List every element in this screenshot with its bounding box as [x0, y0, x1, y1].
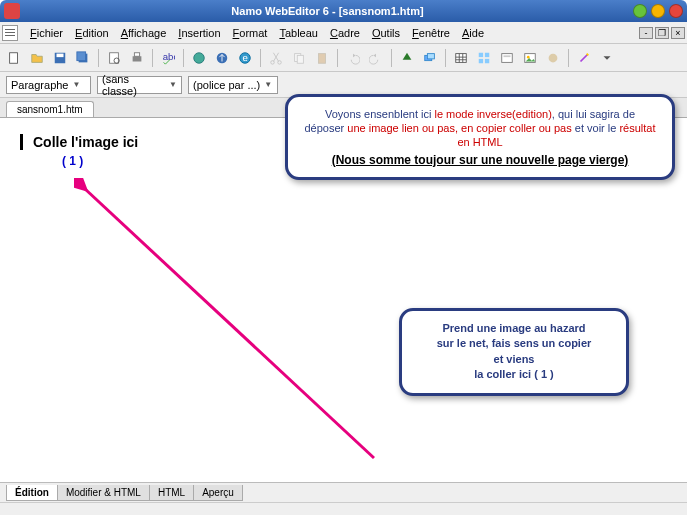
c1-line2: (Nous somme toujour sur une nouvelle pag… — [304, 153, 656, 167]
svg-rect-25 — [485, 58, 489, 62]
svg-point-14 — [271, 60, 275, 64]
svg-rect-0 — [10, 52, 18, 63]
menu-insertion[interactable]: Insertion — [172, 25, 226, 41]
copy-icon[interactable] — [289, 48, 309, 68]
svg-point-30 — [549, 53, 558, 62]
menu-outils[interactable]: Outils — [366, 25, 406, 41]
tab-edition[interactable]: Édition — [6, 485, 58, 501]
svg-rect-2 — [57, 53, 64, 57]
print-icon[interactable] — [127, 48, 147, 68]
annotation-arrow — [74, 178, 394, 478]
class-combo[interactable]: (sans classe)▼ — [97, 76, 182, 94]
image-icon[interactable] — [520, 48, 540, 68]
menu-toggle-icon[interactable] — [2, 25, 18, 41]
undo-icon[interactable] — [343, 48, 363, 68]
svg-rect-24 — [479, 58, 483, 62]
tree-icon[interactable] — [397, 48, 417, 68]
paragraph-combo[interactable]: Paragraphe▼ — [6, 76, 91, 94]
layers-icon[interactable] — [420, 48, 440, 68]
paste-icon[interactable] — [312, 48, 332, 68]
svg-point-29 — [527, 55, 530, 58]
class-label: (sans classe) — [102, 73, 165, 97]
menu-fenetre[interactable]: Fenêtre — [406, 25, 456, 41]
c1-d: une image lien ou pas, en copier coller … — [347, 122, 574, 134]
tab-html[interactable]: HTML — [149, 485, 194, 501]
svg-rect-21 — [456, 53, 467, 62]
ie-icon[interactable]: e — [235, 48, 255, 68]
toolbar-main: abc e — [0, 44, 687, 72]
menu-fichier[interactable]: Fichier — [24, 25, 69, 41]
svg-rect-17 — [297, 55, 303, 63]
mdi-close-icon[interactable]: × — [671, 27, 685, 39]
menu-aide[interactable]: Aide — [456, 25, 490, 41]
mdi-restore-icon[interactable]: ❐ — [655, 27, 669, 39]
mdi-controls: - ❐ × — [639, 27, 685, 39]
menubar: Fichier Edition Affichage Insertion Form… — [0, 22, 687, 44]
app-icon — [4, 3, 20, 19]
menu-tableau[interactable]: Tableau — [273, 25, 324, 41]
c1-b: le mode inverse(edition) — [434, 108, 551, 120]
c1-e: et voir le — [575, 122, 620, 134]
save-all-icon[interactable] — [73, 48, 93, 68]
svg-rect-4 — [77, 51, 86, 60]
svg-rect-23 — [485, 52, 489, 56]
c1-a: Voyons ensenblent ici — [325, 108, 434, 120]
c2-l3: et viens — [418, 352, 610, 367]
form-icon[interactable] — [497, 48, 517, 68]
close-button[interactable] — [669, 4, 683, 18]
spellcheck-icon[interactable]: abc — [158, 48, 178, 68]
svg-rect-8 — [134, 52, 139, 56]
wand-icon[interactable] — [574, 48, 594, 68]
publish-icon[interactable] — [212, 48, 232, 68]
svg-rect-20 — [427, 53, 434, 58]
menu-edition[interactable]: Edition — [69, 25, 115, 41]
cut-icon[interactable] — [266, 48, 286, 68]
redo-icon[interactable] — [366, 48, 386, 68]
open-icon[interactable] — [27, 48, 47, 68]
svg-rect-27 — [504, 55, 511, 57]
svg-rect-18 — [319, 53, 326, 63]
tab-apercu[interactable]: Aperçu — [193, 485, 243, 501]
editor-area[interactable]: Colle l'image ici ( 1 ) Voyons ensenblen… — [0, 118, 687, 482]
minimize-button[interactable] — [633, 4, 647, 18]
paragraph-label: Paragraphe — [11, 79, 69, 91]
window-title: Namo WebEditor 6 - [sansnom1.htm] — [26, 5, 629, 17]
font-combo[interactable]: (police par ...)▼ — [188, 76, 278, 94]
svg-text:e: e — [242, 51, 247, 62]
statusbar — [0, 502, 687, 515]
menu-affichage[interactable]: Affichage — [115, 25, 173, 41]
grid-icon[interactable] — [474, 48, 494, 68]
annotation-callout-2: Prend une image au hazard sur le net, fa… — [399, 308, 629, 396]
dropdown-icon[interactable] — [597, 48, 617, 68]
svg-rect-26 — [502, 53, 513, 62]
tab-modifier-html[interactable]: Modifier & HTML — [57, 485, 150, 501]
c2-l2: sur le net, fais sens un copier — [418, 336, 610, 351]
browser-icon[interactable] — [189, 48, 209, 68]
maximize-button[interactable] — [651, 4, 665, 18]
menu-cadre[interactable]: Cadre — [324, 25, 366, 41]
file-tab[interactable]: sansnom1.htm — [6, 101, 94, 117]
shape-icon[interactable] — [543, 48, 563, 68]
annotation-callout-1: Voyons ensenblent ici le mode inverse(ed… — [285, 94, 675, 180]
titlebar: Namo WebEditor 6 - [sansnom1.htm] — [0, 0, 687, 22]
c2-l1: Prend une image au hazard — [418, 321, 610, 336]
new-icon[interactable] — [4, 48, 24, 68]
print-preview-icon[interactable] — [104, 48, 124, 68]
menu-format[interactable]: Format — [227, 25, 274, 41]
save-icon[interactable] — [50, 48, 70, 68]
svg-line-31 — [84, 188, 374, 458]
font-label: (police par ...) — [193, 79, 260, 91]
svg-rect-7 — [133, 56, 142, 61]
table-icon[interactable] — [451, 48, 471, 68]
mdi-min-icon[interactable]: - — [639, 27, 653, 39]
svg-point-15 — [278, 60, 282, 64]
svg-point-10 — [194, 52, 205, 63]
svg-rect-22 — [479, 52, 483, 56]
view-tabs: Édition Modifier & HTML HTML Aperçu — [0, 482, 687, 502]
c2-l4: la coller ici ( 1 ) — [418, 367, 610, 382]
